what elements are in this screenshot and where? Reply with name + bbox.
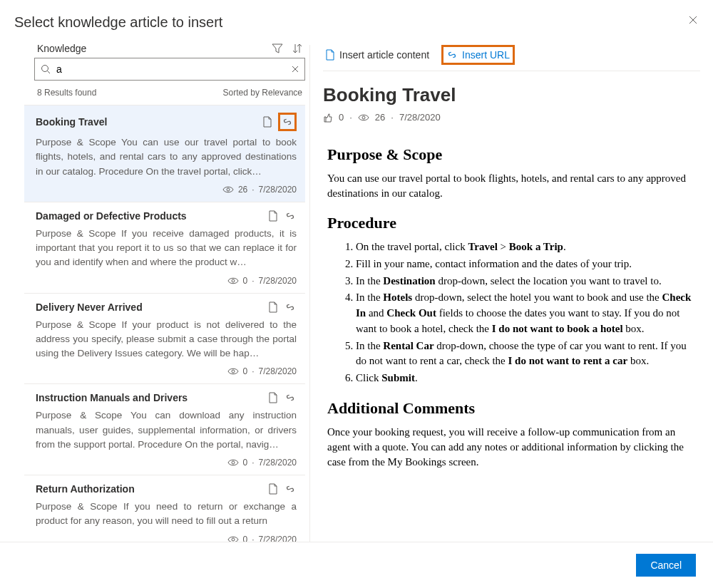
insert-content-icon[interactable] <box>267 483 279 495</box>
views-icon <box>227 367 239 376</box>
result-title: Damaged or Defective Products <box>36 210 187 222</box>
result-date: 7/28/2020 <box>259 366 297 376</box>
result-views: 0 <box>243 458 248 468</box>
result-title: Return Authorization <box>36 483 135 495</box>
svg-point-0 <box>42 66 48 72</box>
insert-content-icon[interactable] <box>267 210 279 222</box>
search-input-wrap[interactable] <box>34 58 305 81</box>
result-date: 7/28/2020 <box>259 185 297 195</box>
p-additional: Once your booking request, you will rece… <box>327 425 696 470</box>
filter-icon[interactable] <box>271 42 284 55</box>
h-procedure: Procedure <box>327 214 696 232</box>
result-snippet: Purpose & Scope You can use our travel p… <box>36 135 297 179</box>
p-purpose: You can use our travel portal to book fl… <box>327 171 696 201</box>
clear-search-icon[interactable] <box>292 66 299 73</box>
result-item[interactable]: Damaged or Defective ProductsPurpose & S… <box>24 202 305 294</box>
result-snippet: Purpose & Scope If you need to return or… <box>36 500 297 529</box>
result-views: 0 <box>243 366 248 376</box>
tab-insert-url-label: Insert URL <box>462 49 510 61</box>
result-snippet: Purpose & Scope If your product is not d… <box>36 318 297 361</box>
svg-point-6 <box>362 116 365 119</box>
result-date: 7/28/2020 <box>259 276 297 286</box>
svg-point-5 <box>232 538 235 541</box>
svg-point-2 <box>232 279 235 282</box>
thumb-up-icon[interactable] <box>323 113 333 123</box>
cancel-button[interactable]: Cancel <box>636 554 696 577</box>
result-title: Booking Travel <box>36 116 107 128</box>
close-icon[interactable] <box>687 14 699 26</box>
article-preview-panel: Insert article content Insert URL Bookin… <box>310 38 713 542</box>
result-date: 7/28/2020 <box>259 535 297 542</box>
highlight-insert-url: Insert URL <box>441 45 515 65</box>
highlight-insert-url-row <box>278 113 297 131</box>
result-snippet: Purpose & Scope You can download any ins… <box>36 408 297 452</box>
search-icon <box>41 64 51 74</box>
results-list[interactable]: Booking TravelPurpose & Scope You can us… <box>24 105 305 542</box>
result-title: Instruction Manuals and Drivers <box>36 392 188 403</box>
modal-title: Select knowledge article to insert <box>14 14 222 31</box>
result-title: Delivery Never Arrived <box>36 301 143 313</box>
likes-count: 0 <box>339 112 344 123</box>
link-icon <box>446 50 458 60</box>
insert-url-icon[interactable] <box>284 391 297 404</box>
result-item[interactable]: Return AuthorizationPurpose & Scope If y… <box>24 475 305 542</box>
insert-url-icon[interactable] <box>281 115 294 128</box>
result-snippet: Purpose & Scope If you receive damaged p… <box>36 227 297 270</box>
insert-content-icon[interactable] <box>267 391 279 404</box>
result-item[interactable]: Booking TravelPurpose & Scope You can us… <box>24 105 305 202</box>
result-item[interactable]: Instruction Manuals and DriversPurpose &… <box>24 384 305 475</box>
article-title: Booking Travel <box>323 84 700 106</box>
views-count: 26 <box>375 112 385 123</box>
document-icon <box>325 49 335 61</box>
views-icon <box>222 185 234 194</box>
article-date: 7/28/2020 <box>399 112 441 123</box>
insert-url-icon[interactable] <box>284 483 297 495</box>
results-count: 8 Results found <box>37 88 96 98</box>
result-item[interactable]: Delivery Never ArrivedPurpose & Scope If… <box>24 294 305 385</box>
views-icon <box>358 113 369 122</box>
article-body: Purpose & Scope You can use our travel p… <box>310 125 713 483</box>
result-views: 26 <box>238 185 247 195</box>
views-icon <box>227 277 239 285</box>
tab-insert-content-label: Insert article content <box>339 49 429 61</box>
sort-icon[interactable] <box>291 42 304 55</box>
views-icon <box>227 458 239 467</box>
svg-point-3 <box>232 370 235 373</box>
result-views: 0 <box>243 535 248 542</box>
insert-url-icon[interactable] <box>284 301 297 314</box>
tab-insert-url[interactable]: Insert URL <box>444 48 512 62</box>
knowledge-heading: Knowledge <box>37 43 86 54</box>
svg-point-1 <box>227 188 230 191</box>
search-input[interactable] <box>55 63 284 76</box>
result-date: 7/28/2020 <box>259 458 297 468</box>
result-views: 0 <box>243 276 248 286</box>
insert-content-icon[interactable] <box>267 301 279 314</box>
h-purpose: Purpose & Scope <box>327 145 696 164</box>
insert-url-icon[interactable] <box>284 210 297 222</box>
tab-insert-content[interactable]: Insert article content <box>323 48 431 62</box>
views-icon <box>227 535 239 542</box>
knowledge-panel: Knowledge 8 Results found Sorted by Rele… <box>34 38 305 542</box>
procedure-list: On the travel portal, click Travel > Boo… <box>327 239 696 386</box>
h-additional: Additional Comments <box>327 399 696 418</box>
insert-content-icon[interactable] <box>261 115 274 128</box>
svg-point-4 <box>232 461 235 464</box>
sort-label: Sorted by Relevance <box>223 88 302 98</box>
